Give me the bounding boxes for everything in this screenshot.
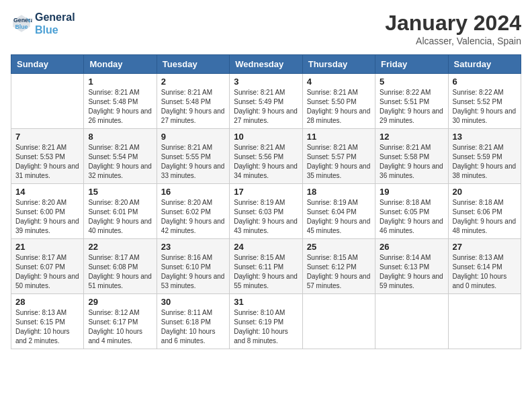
day-info: Sunrise: 8:21 AMSunset: 5:57 PMDaylight:… — [307, 143, 371, 181]
location-subtitle: Alcasser, Valencia, Spain — [385, 36, 521, 46]
day-cell: 4Sunrise: 8:21 AMSunset: 5:50 PMDaylight… — [302, 74, 375, 129]
day-cell: 6Sunrise: 8:22 AMSunset: 5:52 PMDaylight… — [448, 74, 521, 129]
day-info: Sunrise: 8:20 AMSunset: 6:00 PMDaylight:… — [15, 198, 79, 236]
day-number: 12 — [380, 132, 443, 142]
day-info: Sunrise: 8:21 AMSunset: 5:49 PMDaylight:… — [234, 88, 298, 126]
day-cell: 12Sunrise: 8:21 AMSunset: 5:58 PMDayligh… — [375, 129, 448, 184]
day-cell: 9Sunrise: 8:21 AMSunset: 5:55 PMDaylight… — [157, 129, 229, 184]
day-cell: 27Sunrise: 8:13 AMSunset: 6:14 PMDayligh… — [448, 239, 521, 294]
day-info: Sunrise: 8:18 AMSunset: 6:05 PMDaylight:… — [380, 198, 443, 236]
day-cell: 13Sunrise: 8:21 AMSunset: 5:59 PMDayligh… — [448, 129, 521, 184]
day-number: 28 — [15, 297, 79, 307]
day-number: 7 — [15, 132, 79, 142]
day-number: 16 — [161, 187, 225, 197]
week-row-4: 21Sunrise: 8:17 AMSunset: 6:07 PMDayligh… — [11, 239, 521, 294]
day-info: Sunrise: 8:16 AMSunset: 6:10 PMDaylight:… — [161, 253, 225, 291]
day-info: Sunrise: 8:21 AMSunset: 5:56 PMDaylight:… — [234, 143, 298, 181]
day-cell — [302, 294, 375, 349]
day-cell: 11Sunrise: 8:21 AMSunset: 5:57 PMDayligh… — [302, 129, 375, 184]
day-info: Sunrise: 8:21 AMSunset: 5:53 PMDaylight:… — [15, 143, 79, 181]
day-cell — [11, 74, 84, 129]
day-info: Sunrise: 8:18 AMSunset: 6:06 PMDaylight:… — [453, 198, 517, 236]
day-number: 21 — [15, 242, 79, 252]
day-cell — [375, 294, 448, 349]
day-cell: 21Sunrise: 8:17 AMSunset: 6:07 PMDayligh… — [11, 239, 84, 294]
day-cell: 25Sunrise: 8:15 AMSunset: 6:12 PMDayligh… — [302, 239, 375, 294]
day-number: 5 — [380, 77, 443, 87]
day-number: 26 — [380, 242, 443, 252]
day-number: 22 — [88, 242, 152, 252]
day-cell: 14Sunrise: 8:20 AMSunset: 6:00 PMDayligh… — [11, 184, 84, 239]
day-number: 23 — [161, 242, 225, 252]
day-number: 25 — [307, 242, 371, 252]
day-cell: 29Sunrise: 8:12 AMSunset: 6:17 PMDayligh… — [84, 294, 157, 349]
day-number: 2 — [161, 77, 225, 87]
day-number: 29 — [88, 297, 152, 307]
day-info: Sunrise: 8:17 AMSunset: 6:07 PMDaylight:… — [15, 253, 79, 291]
day-info: Sunrise: 8:19 AMSunset: 6:03 PMDaylight:… — [234, 198, 298, 236]
day-number: 17 — [234, 187, 298, 197]
day-cell: 18Sunrise: 8:19 AMSunset: 6:04 PMDayligh… — [302, 184, 375, 239]
day-number: 18 — [307, 187, 371, 197]
header-monday: Monday — [84, 55, 157, 74]
day-cell: 8Sunrise: 8:21 AMSunset: 5:54 PMDaylight… — [84, 129, 157, 184]
header-tuesday: Tuesday — [157, 55, 229, 74]
day-number: 3 — [234, 77, 298, 87]
day-cell: 7Sunrise: 8:21 AMSunset: 5:53 PMDaylight… — [11, 129, 84, 184]
day-info: Sunrise: 8:15 AMSunset: 6:12 PMDaylight:… — [307, 253, 371, 291]
day-cell: 31Sunrise: 8:10 AMSunset: 6:19 PMDayligh… — [230, 294, 302, 349]
day-cell: 17Sunrise: 8:19 AMSunset: 6:03 PMDayligh… — [230, 184, 302, 239]
page-header: General Blue General Blue January 2024 A… — [11, 11, 521, 46]
day-cell: 19Sunrise: 8:18 AMSunset: 6:05 PMDayligh… — [375, 184, 448, 239]
day-cell: 24Sunrise: 8:15 AMSunset: 6:11 PMDayligh… — [230, 239, 302, 294]
day-cell: 16Sunrise: 8:20 AMSunset: 6:02 PMDayligh… — [157, 184, 229, 239]
day-cell — [448, 294, 521, 349]
header-wednesday: Wednesday — [230, 55, 302, 74]
day-info: Sunrise: 8:21 AMSunset: 5:48 PMDaylight:… — [88, 88, 152, 126]
day-info: Sunrise: 8:21 AMSunset: 5:50 PMDaylight:… — [307, 88, 371, 126]
logo-icon: General Blue — [11, 13, 32, 34]
day-info: Sunrise: 8:21 AMSunset: 5:58 PMDaylight:… — [380, 143, 443, 181]
day-cell: 23Sunrise: 8:16 AMSunset: 6:10 PMDayligh… — [157, 239, 229, 294]
day-cell: 20Sunrise: 8:18 AMSunset: 6:06 PMDayligh… — [448, 184, 521, 239]
day-number: 11 — [307, 132, 371, 142]
day-info: Sunrise: 8:22 AMSunset: 5:51 PMDaylight:… — [380, 88, 443, 126]
day-info: Sunrise: 8:21 AMSunset: 5:59 PMDaylight:… — [453, 143, 517, 181]
day-info: Sunrise: 8:20 AMSunset: 6:02 PMDaylight:… — [161, 198, 225, 236]
day-info: Sunrise: 8:21 AMSunset: 5:55 PMDaylight:… — [161, 143, 225, 181]
week-row-5: 28Sunrise: 8:13 AMSunset: 6:15 PMDayligh… — [11, 294, 521, 349]
day-info: Sunrise: 8:21 AMSunset: 5:54 PMDaylight:… — [88, 143, 152, 181]
day-number: 30 — [161, 297, 225, 307]
day-info: Sunrise: 8:12 AMSunset: 6:17 PMDaylight:… — [88, 308, 152, 346]
day-number: 9 — [161, 132, 225, 142]
logo-line1: General — [35, 11, 75, 24]
day-number: 31 — [234, 297, 298, 307]
day-cell: 5Sunrise: 8:22 AMSunset: 5:51 PMDaylight… — [375, 74, 448, 129]
day-cell: 10Sunrise: 8:21 AMSunset: 5:56 PMDayligh… — [230, 129, 302, 184]
day-info: Sunrise: 8:19 AMSunset: 6:04 PMDaylight:… — [307, 198, 371, 236]
day-number: 24 — [234, 242, 298, 252]
day-info: Sunrise: 8:21 AMSunset: 5:48 PMDaylight:… — [161, 88, 225, 126]
logo: General Blue General Blue — [11, 11, 75, 36]
week-row-1: 1Sunrise: 8:21 AMSunset: 5:48 PMDaylight… — [11, 74, 521, 129]
day-info: Sunrise: 8:17 AMSunset: 6:08 PMDaylight:… — [88, 253, 152, 291]
day-info: Sunrise: 8:22 AMSunset: 5:52 PMDaylight:… — [453, 88, 517, 126]
day-number: 6 — [453, 77, 517, 87]
day-cell: 30Sunrise: 8:11 AMSunset: 6:18 PMDayligh… — [157, 294, 229, 349]
day-number: 15 — [88, 187, 152, 197]
day-cell: 26Sunrise: 8:14 AMSunset: 6:13 PMDayligh… — [375, 239, 448, 294]
header-saturday: Saturday — [448, 55, 521, 74]
day-number: 20 — [453, 187, 517, 197]
header-thursday: Thursday — [302, 55, 375, 74]
day-cell: 2Sunrise: 8:21 AMSunset: 5:48 PMDaylight… — [157, 74, 229, 129]
day-number: 14 — [15, 187, 79, 197]
header-row: Sunday Monday Tuesday Wednesday Thursday… — [11, 55, 521, 74]
day-cell: 3Sunrise: 8:21 AMSunset: 5:49 PMDaylight… — [230, 74, 302, 129]
day-cell: 1Sunrise: 8:21 AMSunset: 5:48 PMDaylight… — [84, 74, 157, 129]
day-number: 19 — [380, 187, 443, 197]
day-number: 4 — [307, 77, 371, 87]
month-title: January 2024 — [385, 11, 521, 36]
day-info: Sunrise: 8:20 AMSunset: 6:01 PMDaylight:… — [88, 198, 152, 236]
week-row-2: 7Sunrise: 8:21 AMSunset: 5:53 PMDaylight… — [11, 129, 521, 184]
day-info: Sunrise: 8:11 AMSunset: 6:18 PMDaylight:… — [161, 308, 225, 346]
